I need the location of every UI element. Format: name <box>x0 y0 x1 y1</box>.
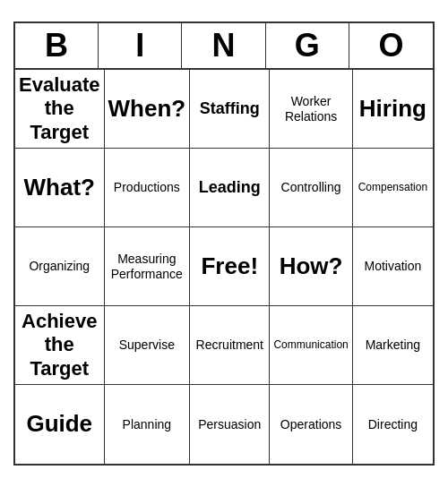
cell-text: Worker Relations <box>273 94 348 124</box>
cell-text: Free! <box>201 252 258 280</box>
cell-text: Operations <box>280 417 341 432</box>
bingo-cell: Persuasion <box>190 385 270 464</box>
bingo-cell: Planning <box>105 385 191 464</box>
cell-text: Recruitment <box>196 337 263 353</box>
bingo-cell: Communication <box>270 306 352 385</box>
cell-text: Achieve the Target <box>19 310 100 380</box>
bingo-cell: Measuring Performance <box>105 227 191 306</box>
cell-text: Evaluate the Target <box>19 73 100 144</box>
cell-text: Communication <box>273 338 348 351</box>
bingo-cell: Marketing <box>353 306 433 385</box>
bingo-header: BINGO <box>15 23 433 70</box>
cell-text: When? <box>108 95 186 123</box>
cell-text: Leading <box>199 178 261 198</box>
bingo-cell: Guide <box>15 385 105 464</box>
bingo-cell: Leading <box>190 149 270 227</box>
cell-text: Compensation <box>358 181 427 193</box>
bingo-cell: Free! <box>190 227 270 306</box>
bingo-cell: Achieve the Target <box>15 306 105 385</box>
cell-text: Guide <box>26 410 92 438</box>
cell-text: Hiring <box>359 95 426 123</box>
bingo-cell: Worker Relations <box>270 70 352 149</box>
cell-text: Motivation <box>364 259 421 274</box>
header-letter: G <box>266 23 349 68</box>
cell-text: Controlling <box>281 180 341 195</box>
bingo-cell: Supervise <box>105 306 191 385</box>
bingo-cell: Evaluate the Target <box>15 70 105 149</box>
header-letter: I <box>99 23 182 68</box>
cell-text: Staffing <box>200 99 260 119</box>
cell-text: Planning <box>123 417 172 432</box>
bingo-grid: Evaluate the TargetWhen?StaffingWorker R… <box>15 70 433 464</box>
cell-text: Organizing <box>29 259 90 274</box>
cell-text: Marketing <box>366 337 420 353</box>
bingo-cell: Compensation <box>353 149 433 227</box>
bingo-cell: Controlling <box>270 149 352 227</box>
header-letter: N <box>182 23 265 68</box>
cell-text: How? <box>280 252 343 280</box>
header-letter: B <box>15 23 99 68</box>
bingo-cell: Organizing <box>15 227 105 306</box>
bingo-cell: How? <box>270 227 352 306</box>
cell-text: What? <box>24 174 95 201</box>
bingo-cell: Productions <box>105 149 191 227</box>
cell-text: Supervise <box>119 337 175 353</box>
bingo-cell: Staffing <box>190 70 270 149</box>
cell-text: Productions <box>114 180 180 195</box>
bingo-cell: Operations <box>270 385 352 464</box>
bingo-cell: What? <box>15 149 105 227</box>
bingo-cell: When? <box>105 70 191 149</box>
bingo-cell: Recruitment <box>190 306 270 385</box>
cell-text: Directing <box>368 417 418 432</box>
header-letter: O <box>349 23 433 68</box>
bingo-cell: Hiring <box>353 70 433 149</box>
bingo-card: BINGO Evaluate the TargetWhen?StaffingWo… <box>13 21 435 466</box>
bingo-cell: Directing <box>353 385 433 464</box>
cell-text: Measuring Performance <box>108 252 186 282</box>
bingo-cell: Motivation <box>353 227 433 306</box>
cell-text: Persuasion <box>198 417 261 432</box>
